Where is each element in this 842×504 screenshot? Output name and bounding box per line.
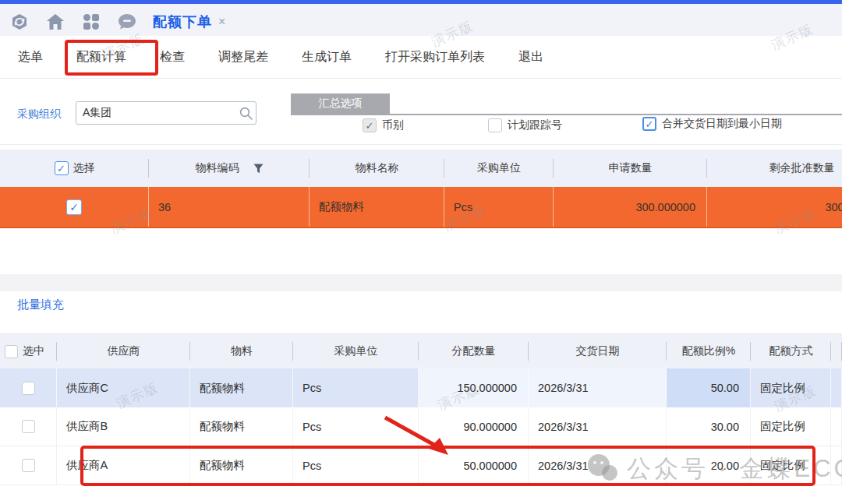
filler-cell [831,407,842,446]
menu-bar: 选单 配额计算 检查 调整尾差 生成订单 打开采购订单列表 退出 [0,36,842,79]
material-cell: 配额物料 [190,407,293,446]
filter-area: 采购组织 汇总选项 ✓ 币别 计划跟踪号 ✓ 合并交货日期到最小日期 [0,79,842,145]
row-checkbox[interactable] [22,420,35,433]
request-table-header: ✓ 选择 物料编码 物料名称 采购单位 申请数量 剩余批准数量 [0,150,842,187]
request-table: ✓ 选择 物料编码 物料名称 采购单位 申请数量 剩余批准数量 ✓ 36 配额物… [0,150,842,228]
menu-item-adjust-tail[interactable]: 调整尾差 [208,43,278,72]
header-delivery-date[interactable]: 交货日期 [529,334,667,368]
menu-item-select-order[interactable]: 选单 [8,43,53,72]
checkbox-plan-track-no-box[interactable] [488,118,502,132]
message-bubble-icon[interactable] [119,13,136,30]
supplier-cell: 供应商C [57,368,190,407]
ratio-cell: 20.00 [667,446,751,485]
unit-cell: Pcs [293,368,419,407]
header-material-code[interactable]: 物料编码 [149,150,310,187]
material-cell: 配额物料 [190,368,293,407]
checkbox-merge-delivery-date-box[interactable]: ✓ [642,117,656,131]
header-remaining-approved-qty[interactable]: 剩余批准数量 [707,150,842,187]
header-quota-ratio[interactable]: 配额比例% [667,334,751,368]
allocation-row-supplier-c[interactable]: 供应商C 配额物料 Pcs 150.000000 2026/3/31 50.00… [0,368,842,407]
method-cell: 固定比例 [751,446,831,485]
row-select-cell: ✓ [0,187,149,227]
home-icon[interactable] [47,13,64,30]
section-divider-band [0,274,842,291]
header-select-label: 选择 [73,161,95,175]
menu-item-open-po-list[interactable]: 打开采购订单列表 [375,43,495,72]
menu-item-exit[interactable]: 退出 [508,43,554,72]
material-cell: 配额物料 [190,446,293,485]
summary-checkbox-row: ✓ 币别 计划跟踪号 ✓ 合并交货日期到最小日期 [359,118,842,137]
request-row-selected[interactable]: ✓ 36 配额物料 Pcs 300.000000 300.000000 [0,187,842,228]
supplier-cell: 供应商A [57,446,190,485]
tab-quota-order[interactable]: 配额下单 × [153,12,225,31]
purchase-org-field [76,101,256,125]
alloc-qty-cell[interactable]: 150.000000 [419,368,529,407]
unit-cell: Pcs [293,407,419,446]
method-cell: 固定比例 [751,407,831,446]
delivery-date-cell[interactable]: 2026/3/31 [529,368,667,407]
header-quota-method[interactable]: 配额方式 [751,334,831,368]
request-qty-cell: 300.000000 [554,187,707,227]
summary-tab-divider [291,114,842,115]
select-all-checkbox-2[interactable] [5,345,18,358]
row-checkbox[interactable] [22,459,35,472]
tab-summary-options[interactable]: 汇总选项 [291,93,390,114]
unit-cell: Pcs [444,187,554,227]
ratio-cell: 30.00 [667,407,751,446]
material-name-cell: 配额物料 [310,187,444,227]
header-selected: 选中 [0,334,57,368]
top-bar: 配额下单 × [0,4,842,36]
menu-item-quota-calc[interactable]: 配额计算 [66,43,136,72]
search-icon[interactable] [235,107,256,120]
method-cell: 固定比例 [751,368,831,407]
tab-label: 配额下单 [153,12,212,31]
purchase-org-label: 采购组织 [17,107,61,122]
checkbox-currency-label: 币别 [382,118,404,132]
row-checkbox[interactable] [22,382,35,395]
header-purchase-unit[interactable]: 采购单位 [444,150,554,187]
purchase-org-input[interactable] [76,107,235,119]
checkbox-plan-track-no[interactable]: 计划跟踪号 [488,118,562,132]
top-bar-icons [11,13,136,30]
header-selected-label: 选中 [23,344,44,358]
header-material-code-label: 物料编码 [196,161,239,175]
header-request-qty[interactable]: 申请数量 [554,150,707,187]
header-select: ✓ 选择 [0,150,149,187]
checkbox-merge-delivery-date[interactable]: ✓ 合并交货日期到最小日期 [642,117,782,131]
header-material-name[interactable]: 物料名称 [310,150,444,187]
menu-item-generate-order[interactable]: 生成订单 [292,43,362,72]
header-purchase-unit-2[interactable]: 采购单位 [293,334,419,368]
alloc-qty-cell[interactable]: 90.000000 [419,407,529,446]
header-alloc-qty[interactable]: 分配数量 [419,334,529,368]
header-filler [831,334,842,368]
alloc-qty-cell[interactable]: 50.000000 [419,446,529,485]
remaining-qty-cell: 300.000000 [707,187,842,227]
ratio-cell: 50.00 [667,368,751,407]
delivery-date-cell[interactable]: 2026/3/31 [529,407,667,446]
row-select-cell [0,407,57,446]
filter-funnel-icon[interactable] [253,164,264,174]
select-all-checkbox[interactable]: ✓ [55,161,69,175]
apps-grid-icon[interactable] [83,13,100,30]
header-material[interactable]: 物料 [190,334,293,368]
allocation-table: 选中 供应商 物料 采购单位 分配数量 交货日期 配额比例% 配额方式 供应商C… [0,333,842,485]
allocation-row-supplier-a[interactable]: 供应商A 配额物料 Pcs 50.000000 2026/3/31 20.00 … [0,446,842,485]
allocation-row-supplier-b[interactable]: 供应商B 配额物料 Pcs 90.000000 2026/3/31 30.00 … [0,407,842,446]
app-logo-sync-icon[interactable] [11,13,28,30]
checkbox-currency-box[interactable]: ✓ [363,118,377,132]
delivery-date-cell[interactable]: 2026/3/31 [529,446,667,485]
checkbox-currency[interactable]: ✓ 币别 [363,118,404,132]
unit-cell: Pcs [293,446,419,485]
menu-item-check[interactable]: 检查 [150,43,195,72]
row-checkbox[interactable]: ✓ [66,199,82,215]
checkbox-plan-track-no-label: 计划跟踪号 [508,118,562,132]
tab-close-icon[interactable]: × [218,15,225,29]
header-supplier[interactable]: 供应商 [57,334,190,368]
bulk-fill-link[interactable]: 批量填充 [17,298,64,312]
filler-cell [831,446,842,485]
allocation-table-header: 选中 供应商 物料 采购单位 分配数量 交货日期 配额比例% 配额方式 [0,333,842,368]
row-select-cell [0,368,57,407]
quota-order-page: { "icons": { "check": "✓", "close": "×" … [0,0,842,504]
checkbox-merge-delivery-date-label: 合并交货日期到最小日期 [662,117,782,131]
filler-cell [831,368,842,407]
